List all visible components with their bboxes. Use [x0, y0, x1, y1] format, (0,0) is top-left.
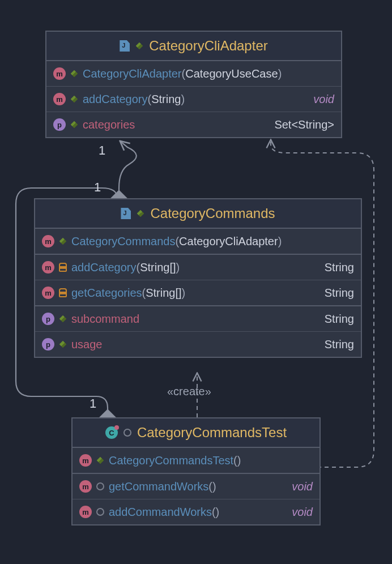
property-badge-icon: p	[42, 338, 54, 351]
create-label: «create»	[167, 385, 211, 398]
member-signature: CategoryCommandsTest()	[109, 454, 241, 467]
member-signature: getCommandWorks()	[109, 480, 216, 493]
return-type: String	[325, 287, 354, 300]
multiplicity-test-end: 1	[90, 396, 96, 411]
visibility-pub-icon	[59, 315, 67, 323]
method-CategoryCliAdapter: mCategoryCliAdapter(CategoryUseCase)	[46, 61, 341, 87]
class-name-label: CategoryCommands	[150, 206, 275, 221]
method-getCategories: mgetCategories(String[])String	[35, 280, 361, 306]
member-signature: categories	[83, 118, 135, 131]
member-signature: usage	[71, 338, 103, 351]
member-signature: CategoryCliAdapter(CategoryUseCase)	[83, 67, 282, 80]
method-badge-icon: m	[79, 480, 92, 493]
member-signature: subcommand	[71, 313, 139, 326]
return-type: String	[325, 313, 354, 326]
return-type: void	[292, 506, 313, 519]
property-categories: pcategoriesSet<String>	[46, 112, 341, 137]
class-name-label: CategoryCliAdapter	[149, 38, 267, 54]
java-file-icon	[121, 208, 131, 219]
visibility-pub-icon	[59, 238, 67, 245]
member-signature: addCommandWorks()	[109, 506, 219, 519]
method-CategoryCommandsTest: mCategoryCommandsTest()	[73, 448, 319, 474]
member-signature: addCategory(String)	[83, 93, 185, 106]
visibility-pub-icon	[97, 457, 104, 464]
member-list: mCategoryCommandsTest()mgetCommandWorks(…	[73, 448, 319, 524]
member-signature: addCategory(String[])	[71, 261, 180, 274]
member-signature: getCategories(String[])	[71, 287, 185, 300]
method-addCategory: maddCategory(String)void	[46, 87, 341, 112]
method-badge-icon: m	[42, 287, 54, 299]
method-badge-icon: m	[42, 261, 54, 274]
member-list: mCategoryCommands(CategoryCliAdapter)mad…	[35, 229, 361, 357]
return-type: Set<String>	[274, 118, 334, 131]
class-category-commands: CategoryCommands mCategoryCommands(Categ…	[34, 198, 362, 358]
class-title: CategoryCommands	[35, 199, 361, 229]
member-list: mCategoryCliAdapter(CategoryUseCase)madd…	[46, 61, 341, 137]
visibility-pub-icon	[59, 341, 67, 348]
method-CategoryCommands: mCategoryCommands(CategoryCliAdapter)	[35, 229, 361, 255]
visibility-prot-icon	[59, 263, 67, 272]
visibility-pub-icon	[71, 70, 78, 78]
property-badge-icon: p	[53, 118, 66, 131]
return-type: String	[325, 338, 354, 351]
class-name-label: CategoryCommandsTest	[137, 425, 287, 441]
java-file-icon	[120, 40, 130, 52]
method-badge-icon: m	[53, 93, 66, 105]
visibility-public-icon	[136, 42, 143, 50]
return-type: void	[313, 93, 334, 106]
method-getCommandWorks: mgetCommandWorks()void	[73, 474, 319, 499]
member-signature: CategoryCommands(CategoryCliAdapter)	[71, 235, 282, 248]
return-type: void	[292, 480, 313, 493]
multiplicity-adapter-end: 1	[99, 143, 105, 158]
visibility-pub-icon	[71, 121, 78, 129]
property-subcommand: psubcommandString	[35, 306, 361, 332]
property-badge-icon: p	[42, 313, 54, 325]
method-addCommandWorks: maddCommandWorks()void	[73, 499, 319, 524]
multiplicity-commands-end: 1	[94, 180, 101, 195]
property-usage: pusageString	[35, 332, 361, 357]
return-type: String	[325, 261, 354, 274]
method-badge-icon: m	[79, 454, 92, 467]
class-category-cli-adapter: CategoryCliAdapter mCategoryCliAdapter(C…	[45, 31, 342, 138]
visibility-pkg-icon	[96, 482, 104, 490]
visibility-package-icon	[123, 429, 131, 437]
class-category-commands-test: C CategoryCommandsTest mCategoryCommands…	[71, 417, 321, 525]
visibility-pub-icon	[71, 96, 78, 103]
class-title: C CategoryCommandsTest	[73, 418, 319, 448]
test-class-icon: C	[105, 426, 118, 439]
method-badge-icon: m	[79, 506, 92, 518]
method-badge-icon: m	[53, 67, 66, 80]
visibility-public-icon	[137, 210, 144, 217]
visibility-prot-icon	[59, 288, 67, 297]
visibility-pkg-icon	[96, 508, 104, 516]
method-addCategory: maddCategory(String[])String	[35, 255, 361, 280]
method-badge-icon: m	[42, 235, 54, 247]
class-title: CategoryCliAdapter	[46, 32, 341, 61]
